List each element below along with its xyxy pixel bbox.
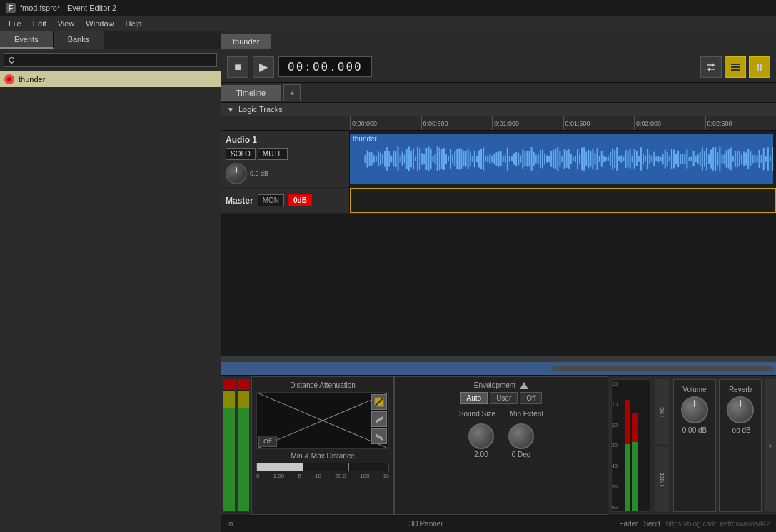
env-off-button[interactable]: Off <box>520 392 542 404</box>
svg-rect-139 <box>662 154 664 164</box>
svg-rect-108 <box>595 153 596 164</box>
menu-help[interactable]: Help <box>119 18 147 29</box>
svg-rect-138 <box>660 157 662 161</box>
menu-view[interactable]: View <box>52 18 81 29</box>
sound-size-label: Sound Size <box>459 410 495 418</box>
svg-rect-40 <box>445 154 447 164</box>
menu-edit[interactable]: Edit <box>27 18 52 29</box>
main-layout: Events Banks thunder thunder ■ ▶ 00:00.0… <box>0 31 776 532</box>
track-name-audio1: Audio 1 <box>226 135 345 145</box>
sound-size-knob[interactable] <box>468 423 494 449</box>
vu-red-r <box>238 380 249 390</box>
tab-timeline[interactable]: Timeline <box>221 85 281 101</box>
svg-rect-4 <box>367 150 368 167</box>
env-knobs: 2.00 0 Deg <box>399 423 603 458</box>
left-panel: Events Banks thunder <box>0 31 221 532</box>
waveform-svg <box>350 134 773 184</box>
svg-rect-147 <box>680 154 681 164</box>
ruler-mark-5: 0:02:500 <box>705 116 777 130</box>
svg-rect-92 <box>559 151 560 167</box>
min-extent-knob[interactable] <box>508 423 534 449</box>
mute-button-audio1[interactable]: MUTE <box>258 148 288 160</box>
svg-rect-124 <box>630 149 631 168</box>
reverb-knob[interactable] <box>727 396 754 423</box>
event-list: thunder <box>0 71 221 532</box>
tab-events[interactable]: Events <box>0 31 54 49</box>
add-timeline-button[interactable]: + <box>283 84 301 101</box>
svg-rect-136 <box>655 156 657 161</box>
svg-rect-72 <box>515 152 517 166</box>
window-title: fmod.fspro* - Event Editor 2 <box>20 4 116 12</box>
env-param-labels: Sound Size Min Extent <box>399 410 603 418</box>
svg-rect-89 <box>553 150 554 169</box>
dist-atten-title: Distance Attenuation <box>256 381 389 389</box>
svg-rect-170 <box>730 148 732 171</box>
event-item-thunder[interactable]: thunder <box>0 71 221 87</box>
svg-rect-113 <box>605 157 607 161</box>
svg-rect-42 <box>450 149 451 169</box>
svg-rect-148 <box>682 154 683 164</box>
master-lane[interactable] <box>350 188 776 213</box>
svg-rect-102 <box>581 148 583 171</box>
dist-mark-6: 1k <box>383 473 389 479</box>
audio-clip-thunder[interactable]: thunder <box>350 134 773 184</box>
svg-rect-27 <box>417 147 418 171</box>
dist-icon-btn-2[interactable] <box>371 411 387 427</box>
volume-knob[interactable] <box>681 396 708 423</box>
dist-icon-btn-3[interactable] <box>371 428 387 444</box>
pause-button[interactable]: ⏸ <box>749 56 770 78</box>
svg-rect-125 <box>632 156 633 163</box>
dist-icon-btn-1[interactable] <box>371 394 387 410</box>
svg-rect-107 <box>592 149 593 169</box>
dist-off-button[interactable]: Off <box>258 436 277 447</box>
svg-rect-49 <box>465 151 467 166</box>
svg-rect-23 <box>408 146 410 171</box>
svg-rect-105 <box>588 150 589 169</box>
svg-rect-41 <box>448 156 449 161</box>
menu-window[interactable]: Window <box>80 18 119 29</box>
svg-rect-180 <box>752 155 753 163</box>
svg-rect-155 <box>697 154 699 164</box>
svg-rect-44 <box>454 151 455 166</box>
panner-bottom-bar: In 3D Panner Fader Send https://blog.csd… <box>221 515 776 532</box>
event-tab-thunder[interactable]: thunder <box>221 34 271 49</box>
envelopment-panel: Envelopment Auto User Off Sound Size Min… <box>394 376 608 515</box>
svg-rect-119 <box>618 156 620 161</box>
svg-rect-142 <box>669 157 670 161</box>
sound-size-knob-group: 2.00 <box>468 423 494 458</box>
env-title-row: Envelopment <box>399 381 603 389</box>
grid-button[interactable] <box>725 56 746 78</box>
svg-rect-145 <box>675 154 677 164</box>
meter-bar-1 <box>625 400 630 511</box>
svg-rect-32 <box>428 147 429 171</box>
env-user-button[interactable]: User <box>490 392 518 404</box>
env-auto-button[interactable]: Auto <box>460 392 488 404</box>
tab-banks[interactable]: Banks <box>54 31 105 49</box>
search-box <box>0 49 221 71</box>
volume-knob-audio1[interactable] <box>226 163 247 184</box>
menu-file[interactable]: File <box>3 18 27 29</box>
svg-rect-114 <box>608 156 609 161</box>
distance-slider[interactable] <box>256 463 389 471</box>
scroll-thumb[interactable] <box>224 366 553 371</box>
loop-button[interactable] <box>700 56 722 78</box>
db-button[interactable]: 0dB <box>288 194 312 206</box>
svg-rect-24 <box>410 151 412 167</box>
svg-rect-0 <box>731 64 740 65</box>
bottom-scrollbar[interactable] <box>221 362 776 375</box>
play-button[interactable]: ▶ <box>253 56 274 78</box>
stop-button[interactable]: ■ <box>227 56 248 78</box>
in-label: In <box>227 520 233 528</box>
reverb-knob-indicator <box>740 400 741 407</box>
svg-rect-50 <box>468 149 469 169</box>
svg-rect-178 <box>747 149 749 169</box>
right-arrow-button[interactable]: › <box>765 379 776 512</box>
svg-rect-29 <box>421 153 423 165</box>
search-input[interactable] <box>4 53 217 67</box>
svg-rect-95 <box>566 150 568 167</box>
mon-button[interactable]: MON <box>258 194 284 206</box>
track-lane-audio1[interactable]: thunder <box>350 131 776 187</box>
dist-graph: Off <box>256 392 389 449</box>
svg-rect-52 <box>472 156 473 161</box>
solo-button-audio1[interactable]: SOLO <box>226 148 256 160</box>
